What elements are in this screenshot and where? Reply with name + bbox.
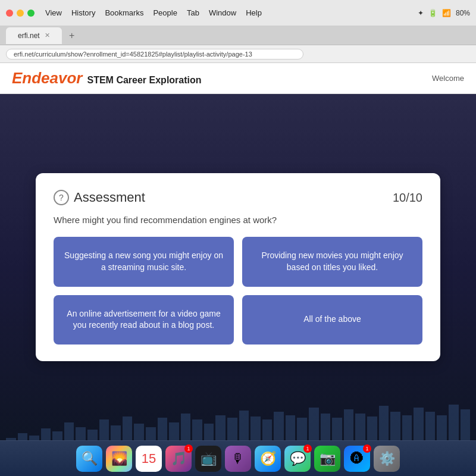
- dock-icon-facetime[interactable]: 📷: [314, 446, 340, 472]
- wifi-icon: 📶: [442, 9, 451, 17]
- eq-bar: [332, 418, 342, 440]
- eq-bar: [437, 415, 447, 440]
- eq-bar: [6, 438, 16, 440]
- eq-bar: [64, 422, 74, 440]
- menu-items: View History Bookmarks People Tab Window…: [45, 8, 262, 17]
- menu-window[interactable]: Window: [209, 8, 236, 17]
- assessment-card: ? Assessment 10/10 Where might you find …: [36, 173, 440, 361]
- eq-bar: [204, 424, 214, 440]
- menu-bookmarks[interactable]: Bookmarks: [105, 8, 143, 17]
- logo-subtitle: STEM Career Exploration: [87, 75, 202, 86]
- eq-bar: [227, 418, 237, 440]
- assessment-header: ? Assessment 10/10: [54, 190, 422, 205]
- question-icon: ?: [54, 190, 69, 205]
- answer-grid: Suggesting a new song you might enjoy on…: [54, 237, 422, 344]
- dock-icon-finder[interactable]: 🔍: [76, 446, 102, 472]
- menu-bar-right: ✦ 🔋 📶 80%: [418, 9, 470, 17]
- assessment-question: Where might you find recommendation engi…: [54, 215, 422, 225]
- eq-bar: [461, 409, 471, 440]
- content-area: ? Assessment 10/10 Where might you find …: [0, 94, 476, 440]
- eq-bar: [181, 414, 191, 440]
- eq-bar: [309, 408, 319, 440]
- eq-bar: [274, 412, 284, 440]
- dock-icon-photos[interactable]: 🌄: [106, 446, 132, 472]
- logo-name: Endeavor: [12, 69, 83, 87]
- eq-bar: [52, 431, 62, 440]
- eq-bar: [262, 419, 273, 440]
- dock-badge-music: 1: [184, 444, 193, 453]
- menu-history[interactable]: History: [71, 8, 95, 17]
- eq-bar: [250, 416, 261, 440]
- eq-bar: [146, 427, 156, 440]
- active-tab[interactable]: erfi.net ✕: [6, 27, 62, 44]
- eq-bar: [297, 418, 307, 440]
- assessment-progress: 10/10: [393, 191, 422, 205]
- eq-bar: [158, 418, 168, 440]
- menu-people[interactable]: People: [153, 8, 177, 17]
- eq-bar: [239, 411, 249, 440]
- site-logo: Endeavor STEM Career Exploration: [12, 69, 202, 87]
- eq-bar: [76, 427, 86, 440]
- minimize-button[interactable]: [17, 10, 24, 17]
- eq-bar: [402, 415, 412, 440]
- dock-badge-messages: 1: [303, 444, 312, 453]
- traffic-lights: [6, 10, 35, 17]
- assessment-title: ? Assessment: [54, 190, 145, 205]
- eq-bar: [87, 430, 98, 440]
- site-header: Endeavor STEM Career Exploration Welcome: [0, 63, 476, 94]
- address-bar: [0, 45, 476, 63]
- dock-icon-system[interactable]: ⚙️: [374, 446, 400, 472]
- menu-help[interactable]: Help: [246, 8, 262, 17]
- eq-bar: [18, 433, 28, 440]
- answer-button-2[interactable]: Providing new movies you might enjoy bas…: [242, 237, 422, 286]
- answer-button-4[interactable]: All of the above: [242, 295, 422, 345]
- answer-button-3[interactable]: An online advertisement for a video game…: [54, 295, 234, 345]
- eq-bar: [414, 408, 424, 440]
- eq-bar: [134, 424, 144, 440]
- eq-bar: [390, 412, 400, 440]
- close-button[interactable]: [6, 10, 13, 17]
- eq-bar: [215, 415, 226, 440]
- dock-icon-appstore[interactable]: 🅐1: [344, 446, 370, 472]
- dock-badge-appstore: 1: [363, 444, 371, 453]
- eq-bar: [344, 409, 354, 440]
- eq-bar: [379, 406, 389, 440]
- dock-icon-safari[interactable]: 🧭: [255, 446, 281, 472]
- menu-view[interactable]: View: [45, 8, 62, 17]
- eq-bar: [192, 419, 202, 440]
- eq-bar: [111, 425, 121, 440]
- eq-bar: [99, 419, 109, 440]
- welcome-label: Welcome: [432, 74, 464, 83]
- tab-bar: erfi.net ✕ +: [0, 26, 476, 45]
- eq-bar: [449, 405, 459, 440]
- battery-icon: 🔋: [428, 9, 437, 17]
- eq-bar: [367, 416, 377, 440]
- answer-button-1[interactable]: Suggesting a new song you might enjoy on…: [54, 237, 234, 286]
- tab-close-button[interactable]: ✕: [45, 32, 50, 39]
- dock-icon-messages[interactable]: 💬1: [284, 446, 311, 472]
- url-input[interactable]: [6, 49, 303, 60]
- new-tab-button[interactable]: +: [65, 29, 79, 42]
- eq-bar: [355, 414, 365, 440]
- dock-icon-music[interactable]: 🎵1: [165, 446, 192, 472]
- maximize-button[interactable]: [27, 10, 35, 17]
- eq-bar: [425, 412, 436, 440]
- menu-bar: View History Bookmarks People Tab Window…: [0, 0, 476, 26]
- eq-bar: [123, 416, 133, 440]
- dock-icon-calendar[interactable]: 15: [136, 446, 162, 472]
- eq-bar: [169, 422, 179, 440]
- bluetooth-icon: ✦: [418, 9, 424, 17]
- battery-level: 80%: [456, 9, 470, 17]
- equalizer-bars: [0, 393, 476, 440]
- dock-icon-podcasts[interactable]: 🎙: [225, 446, 251, 472]
- dock: 🔍🌄15🎵1📺🎙🧭💬1📷🅐1⚙️: [0, 440, 476, 476]
- tab-label: erfi.net: [18, 32, 40, 40]
- eq-bar: [41, 428, 51, 440]
- dock-icon-appletv[interactable]: 📺: [195, 446, 221, 472]
- menu-tab[interactable]: Tab: [187, 8, 199, 17]
- eq-bar: [29, 436, 39, 440]
- eq-bar: [321, 414, 331, 440]
- assessment-title-text: Assessment: [74, 190, 145, 205]
- eq-bar: [286, 415, 296, 440]
